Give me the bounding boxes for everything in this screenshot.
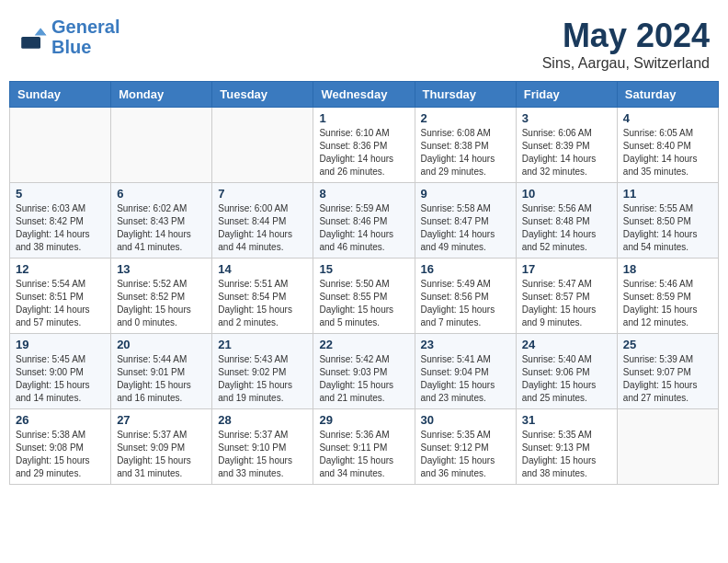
day-info: and 46 minutes.	[319, 241, 408, 254]
calendar-cell: 16Sunrise: 5:49 AMSunset: 8:56 PMDayligh…	[415, 259, 516, 334]
calendar-cell: 10Sunrise: 5:56 AMSunset: 8:48 PMDayligh…	[516, 183, 617, 259]
calendar-cell: 5Sunrise: 6:03 AMSunset: 8:42 PMDaylight…	[10, 183, 111, 259]
calendar-cell	[617, 409, 718, 485]
week-row-5: 26Sunrise: 5:38 AMSunset: 9:08 PMDayligh…	[10, 409, 719, 485]
day-info: Sunset: 9:07 PM	[623, 366, 712, 379]
day-info: and 12 minutes.	[623, 316, 712, 329]
day-info: and 29 minutes.	[16, 467, 105, 480]
day-info: Sunset: 8:51 PM	[16, 291, 105, 304]
header-cell-thursday: Thursday	[415, 82, 516, 108]
day-info: Sunset: 9:04 PM	[421, 366, 510, 379]
day-number: 21	[218, 338, 307, 351]
day-info: Sunrise: 5:43 AM	[218, 353, 307, 366]
day-info: Sunset: 9:06 PM	[522, 366, 611, 379]
day-info: and 16 minutes.	[117, 392, 206, 405]
day-info: Sunrise: 5:51 AM	[218, 278, 307, 291]
day-info: Daylight: 15 hours	[623, 304, 712, 316]
calendar-cell: 27Sunrise: 5:37 AMSunset: 9:09 PMDayligh…	[111, 409, 212, 485]
calendar-cell: 26Sunrise: 5:38 AMSunset: 9:08 PMDayligh…	[10, 409, 111, 485]
day-number: 5	[16, 187, 105, 201]
day-info: Sunrise: 5:46 AM	[623, 278, 712, 291]
calendar-cell: 6Sunrise: 6:02 AMSunset: 8:43 PMDaylight…	[111, 183, 212, 259]
day-info: Sunrise: 6:03 AM	[16, 202, 105, 215]
day-number: 7	[218, 187, 307, 201]
day-info: and 21 minutes.	[319, 392, 408, 405]
day-info: and 31 minutes.	[117, 467, 206, 480]
day-info: and 52 minutes.	[522, 241, 611, 254]
header-row: SundayMondayTuesdayWednesdayThursdayFrid…	[10, 82, 719, 108]
day-info: Sunrise: 5:52 AM	[117, 278, 206, 291]
day-info: Sunset: 8:43 PM	[117, 215, 206, 228]
day-info: and 38 minutes.	[522, 467, 611, 480]
day-info: Daylight: 14 hours	[16, 304, 105, 316]
page-header: General Blue May 2024 Sins, Aargau, Swit…	[0, 0, 728, 81]
day-info: Sunset: 9:00 PM	[16, 366, 105, 379]
svg-rect-3	[21, 37, 40, 49]
page-subtitle: Sins, Aargau, Switzerland	[542, 55, 710, 72]
logo-icon	[18, 22, 48, 52]
day-info: and 9 minutes.	[522, 316, 611, 329]
day-info: Sunrise: 5:35 AM	[421, 429, 510, 442]
day-info: and 26 minutes.	[319, 166, 408, 178]
day-info: Sunrise: 6:02 AM	[117, 202, 206, 215]
day-number: 10	[522, 187, 611, 201]
calendar-cell: 8Sunrise: 5:59 AMSunset: 8:46 PMDaylight…	[313, 183, 415, 259]
day-info: Sunset: 8:36 PM	[319, 140, 408, 153]
page-title: May 2024	[542, 17, 710, 55]
calendar-cell: 29Sunrise: 5:36 AMSunset: 9:11 PMDayligh…	[313, 409, 415, 485]
day-info: Sunrise: 6:08 AM	[421, 127, 510, 140]
day-info: Sunset: 8:54 PM	[218, 291, 307, 304]
day-info: Daylight: 14 hours	[421, 228, 510, 241]
calendar-cell: 22Sunrise: 5:42 AMSunset: 9:03 PMDayligh…	[313, 334, 415, 409]
day-number: 4	[623, 111, 712, 125]
day-info: and 41 minutes.	[117, 241, 206, 254]
day-info: and 25 minutes.	[522, 392, 611, 405]
day-info: Daylight: 15 hours	[117, 379, 206, 392]
day-info: Daylight: 15 hours	[421, 454, 510, 467]
day-info: Sunset: 9:11 PM	[319, 442, 408, 454]
day-number: 17	[522, 262, 611, 276]
day-info: Sunset: 9:03 PM	[319, 366, 408, 379]
day-info: Sunrise: 5:42 AM	[319, 353, 408, 366]
week-row-2: 5Sunrise: 6:03 AMSunset: 8:42 PMDaylight…	[10, 183, 719, 259]
day-info: Daylight: 14 hours	[117, 228, 206, 241]
day-number: 18	[623, 262, 712, 276]
day-info: and 29 minutes.	[421, 166, 510, 178]
calendar-cell: 2Sunrise: 6:08 AMSunset: 8:38 PMDaylight…	[415, 108, 516, 183]
calendar-cell: 11Sunrise: 5:55 AMSunset: 8:50 PMDayligh…	[617, 183, 718, 259]
day-number: 28	[218, 413, 307, 427]
day-info: and 54 minutes.	[623, 241, 712, 254]
day-info: Daylight: 15 hours	[16, 379, 105, 392]
day-info: Daylight: 15 hours	[218, 304, 307, 316]
day-number: 20	[117, 338, 206, 351]
day-info: and 44 minutes.	[218, 241, 307, 254]
calendar-cell: 15Sunrise: 5:50 AMSunset: 8:55 PMDayligh…	[313, 259, 415, 334]
day-info: Sunset: 9:01 PM	[117, 366, 206, 379]
day-info: Sunrise: 5:40 AM	[522, 353, 611, 366]
calendar-cell: 9Sunrise: 5:58 AMSunset: 8:47 PMDaylight…	[415, 183, 516, 259]
day-number: 13	[117, 262, 206, 276]
day-info: Sunrise: 5:37 AM	[117, 429, 206, 442]
calendar-cell: 13Sunrise: 5:52 AMSunset: 8:52 PMDayligh…	[111, 259, 212, 334]
header-cell-sunday: Sunday	[10, 82, 111, 108]
day-info: Sunset: 8:42 PM	[16, 215, 105, 228]
day-info: Daylight: 15 hours	[218, 454, 307, 467]
day-info: Sunset: 8:50 PM	[623, 215, 712, 228]
day-info: and 7 minutes.	[421, 316, 510, 329]
header-cell-tuesday: Tuesday	[212, 82, 313, 108]
day-number: 2	[421, 111, 510, 125]
day-info: Sunrise: 6:10 AM	[319, 127, 408, 140]
calendar-cell: 25Sunrise: 5:39 AMSunset: 9:07 PMDayligh…	[617, 334, 718, 409]
day-number: 1	[319, 111, 408, 125]
header-cell-saturday: Saturday	[617, 82, 718, 108]
day-info: Daylight: 15 hours	[319, 304, 408, 316]
day-number: 31	[522, 413, 611, 427]
day-number: 12	[16, 262, 105, 276]
day-info: and 5 minutes.	[319, 316, 408, 329]
header-cell-wednesday: Wednesday	[313, 82, 415, 108]
day-info: Sunrise: 5:49 AM	[421, 278, 510, 291]
day-info: Daylight: 15 hours	[218, 379, 307, 392]
week-row-1: 1Sunrise: 6:10 AMSunset: 8:36 PMDaylight…	[10, 108, 719, 183]
calendar-cell: 12Sunrise: 5:54 AMSunset: 8:51 PMDayligh…	[10, 259, 111, 334]
day-info: Daylight: 15 hours	[623, 379, 712, 392]
